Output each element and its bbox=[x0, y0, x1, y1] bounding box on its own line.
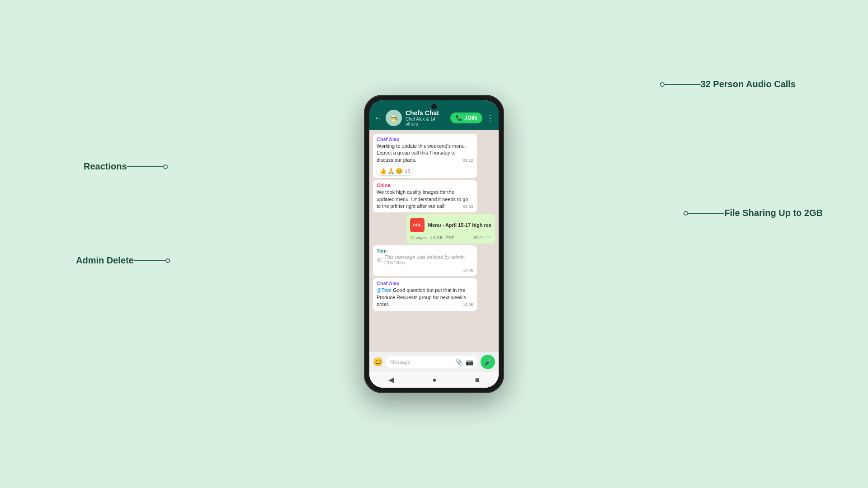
phone-container: ← 👨‍🍳 Chefs Chat Chef Alex & 14 others 📞… bbox=[364, 95, 504, 393]
file-meta: 12 pages · 1.8 GB · PDF bbox=[410, 235, 454, 240]
deleted-icon: ⊘ bbox=[377, 256, 382, 263]
pdf-icon: PDF bbox=[410, 218, 425, 232]
input-placeholder: Message bbox=[390, 359, 453, 365]
mic-icon: 🎤 bbox=[484, 358, 492, 366]
phone-screen: ← 👨‍🍳 Chefs Chat Chef Alex & 14 others 📞… bbox=[369, 100, 499, 388]
more-options-button[interactable]: ⋮ bbox=[486, 113, 494, 123]
message-chloe: Chloe We took high quality images for th… bbox=[373, 180, 477, 212]
file-sharing-label: File Sharing Up to 2GB bbox=[724, 208, 823, 218]
reactions-line bbox=[127, 166, 163, 167]
message-time-5: 10:06 bbox=[463, 302, 473, 308]
file-dot bbox=[684, 211, 688, 216]
join-button[interactable]: 📞 JOIN bbox=[450, 113, 482, 123]
join-label: JOIN bbox=[464, 115, 477, 121]
back-button[interactable]: ← bbox=[374, 113, 382, 123]
message-text-1: Working to update this weekend's menu. E… bbox=[377, 143, 473, 164]
camera-button[interactable]: 📷 bbox=[466, 358, 473, 366]
mic-button[interactable]: 🎤 bbox=[481, 355, 495, 369]
message-time-2: 09:33 bbox=[463, 204, 473, 210]
header-info: Chefs Chat Chef Alex & 14 others bbox=[406, 109, 447, 127]
admin-delete-annotation: Admin Delete bbox=[76, 255, 170, 266]
chat-body: Chef Alex Working to update this weekend… bbox=[369, 130, 499, 352]
group-avatar: 👨‍🍳 bbox=[386, 110, 402, 126]
reactions-label: Reactions bbox=[84, 161, 127, 172]
nav-back-icon[interactable]: ◀ bbox=[388, 375, 394, 384]
nav-home-icon[interactable]: ● bbox=[432, 376, 437, 384]
nav-bar: ◀ ● ■ bbox=[369, 372, 499, 388]
message-tom-deleted: Tom ⊘ This message was deleted by admin … bbox=[373, 245, 477, 276]
admin-delete-label: Admin Delete bbox=[76, 255, 134, 266]
phone-icon: 📞 bbox=[456, 115, 462, 121]
mention-tom: @Tom bbox=[377, 287, 392, 293]
file-name: Menu - April 15-17 high res bbox=[428, 222, 491, 228]
nav-recents-icon[interactable]: ■ bbox=[475, 376, 480, 384]
message-chef-alex-2: Chef Alex @Tom Good question but put tha… bbox=[373, 278, 477, 310]
reaction-smile: 😊 bbox=[396, 168, 403, 174]
reactions-bar[interactable]: 👍 🙏 😊 12 bbox=[377, 167, 413, 175]
file-info: Menu - April 15-17 high res bbox=[428, 222, 491, 228]
file-line bbox=[688, 213, 724, 214]
sender-tom: Tom bbox=[377, 248, 473, 253]
group-name: Chefs Chat bbox=[406, 109, 447, 117]
audio-line bbox=[665, 84, 701, 85]
emoji-button[interactable]: 😊 bbox=[373, 357, 383, 367]
deleted-text: This message was deleted by admin Chef A… bbox=[384, 254, 473, 265]
deleted-message: ⊘ This message was deleted by admin Chef… bbox=[377, 254, 473, 265]
file-ticks: ✓✓ bbox=[484, 235, 491, 239]
sender-chloe: Chloe bbox=[377, 183, 473, 188]
attach-button[interactable]: 📎 bbox=[455, 358, 463, 366]
reactions-dot bbox=[163, 164, 168, 169]
file-time: 09:34 bbox=[472, 235, 483, 239]
audio-dot bbox=[660, 82, 665, 87]
reactions-annotation: Reactions bbox=[84, 161, 168, 172]
group-subtitle: Chef Alex & 14 others bbox=[406, 117, 447, 127]
admin-dot bbox=[165, 258, 170, 263]
chat-input-bar: 😊 Message 📎 📷 🎤 bbox=[369, 352, 499, 372]
message-input-field[interactable]: Message 📎 📷 bbox=[386, 356, 478, 368]
file-content: PDF Menu - April 15-17 high res bbox=[410, 218, 491, 232]
audio-calls-annotation: 32 Person Audio Calls bbox=[660, 79, 796, 89]
message-text-2: We took high quality images for the upda… bbox=[377, 189, 473, 210]
reaction-pray: 🙏 bbox=[387, 168, 395, 174]
file-message: PDF Menu - April 15-17 high res 12 pages… bbox=[406, 214, 495, 244]
message-time-1: 09:12 bbox=[463, 158, 473, 164]
deleted-time: 10:06 bbox=[463, 268, 473, 272]
audio-calls-label: 32 Person Audio Calls bbox=[701, 79, 796, 89]
file-sharing-annotation: File Sharing Up to 2GB bbox=[684, 208, 823, 218]
sender-chef-alex-2: Chef Alex bbox=[377, 281, 473, 286]
message-chef-alex-1: Chef Alex Working to update this weekend… bbox=[373, 134, 477, 178]
sender-chef-alex: Chef Alex bbox=[377, 136, 473, 142]
admin-line bbox=[134, 260, 165, 261]
message-text-5: @Tom Good question but put that in the P… bbox=[377, 287, 473, 308]
reaction-count: 12 bbox=[405, 169, 410, 174]
phone-frame: ← 👨‍🍳 Chefs Chat Chef Alex & 14 others 📞… bbox=[364, 95, 504, 393]
phone-notch bbox=[431, 104, 437, 109]
reaction-thumbs: 👍 bbox=[379, 168, 387, 174]
